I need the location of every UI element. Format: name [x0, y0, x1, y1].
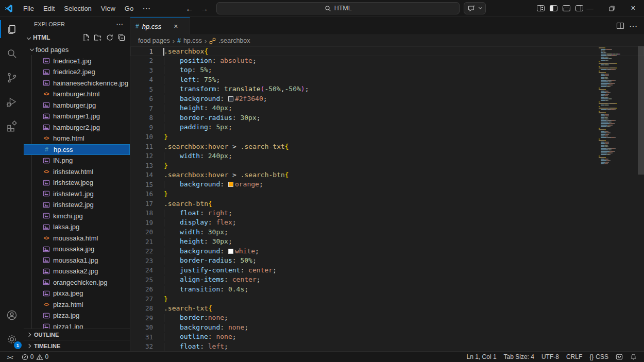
- cursor-position[interactable]: Ln 1, Col 1: [465, 352, 499, 362]
- menu-edit[interactable]: Edit: [39, 3, 59, 14]
- code-line-2[interactable]: 2position: absolute;: [130, 56, 644, 66]
- code-line-13[interactable]: 13}: [130, 161, 644, 170]
- feedback-icon[interactable]: [614, 352, 625, 362]
- code-line-25[interactable]: 25align-items: center;: [130, 275, 644, 285]
- breadcrumb-file[interactable]: hp.css: [183, 37, 202, 44]
- code-line-20[interactable]: 20width: 30px;: [130, 228, 644, 237]
- code-line-22[interactable]: 22background: white;: [130, 247, 644, 256]
- code-line-21[interactable]: 21height: 30px;: [130, 237, 644, 247]
- indentation[interactable]: Tab Size: 4: [502, 352, 536, 362]
- code-area[interactable]: 1.searchbox{2position: absolute;3top: 5%…: [130, 46, 644, 351]
- file-moussaka2.jpg[interactable]: moussaka2.jpg: [24, 266, 130, 277]
- editor-scrollbar[interactable]: [638, 46, 644, 351]
- tab-close-icon[interactable]: ×: [171, 21, 181, 31]
- activitybar-source-control[interactable]: [0, 65, 24, 90]
- outline-header[interactable]: OUTLINE: [24, 329, 130, 340]
- encoding[interactable]: UTF-8: [539, 352, 561, 362]
- code-line-16[interactable]: 16}: [130, 189, 644, 199]
- file-moussaka.jpg[interactable]: moussaka.jpg: [24, 244, 130, 255]
- breadcrumb-symbol[interactable]: .searchbox: [218, 37, 250, 44]
- code-line-27[interactable]: 27}: [130, 294, 644, 304]
- close-button[interactable]: ×: [622, 0, 644, 16]
- problems-indicator[interactable]: 0 0: [20, 352, 50, 362]
- file-hainanesechickenrice.jpg[interactable]: hainanesechickenrice.jpg: [24, 78, 130, 89]
- code-line-7[interactable]: 7height: 40px;: [130, 104, 644, 113]
- command-center-search[interactable]: HTML: [216, 2, 460, 14]
- forward-button[interactable]: →: [200, 4, 208, 13]
- activitybar-extensions[interactable]: [0, 114, 24, 138]
- file-pizza.jpg[interactable]: pizza.jpg: [24, 310, 130, 321]
- file-hamburger.html[interactable]: <>hamburger.html: [24, 89, 130, 100]
- file-orangechicken.jpg[interactable]: orangechicken.jpg: [24, 277, 130, 288]
- copilot-chat-button[interactable]: [464, 2, 486, 14]
- minimize-button[interactable]: —: [579, 0, 601, 16]
- notifications-bell-icon[interactable]: [628, 352, 639, 362]
- activitybar-explorer[interactable]: [0, 17, 24, 41]
- code-line-4[interactable]: 4left: 75%;: [130, 75, 644, 85]
- file-pizza.html[interactable]: <>pizza.html: [24, 299, 130, 311]
- new-file-icon[interactable]: [81, 32, 91, 43]
- file-irishstew.html[interactable]: <>irishstew.html: [24, 166, 130, 178]
- code-line-23[interactable]: 23border-radius: 50%;: [130, 256, 644, 266]
- split-editor-icon[interactable]: [616, 22, 624, 30]
- file-hp.css[interactable]: #hp.css: [24, 144, 130, 156]
- file-laksa.jpg[interactable]: laksa.jpg: [24, 221, 130, 233]
- code-line-28[interactable]: 28.search-txt{: [130, 304, 644, 314]
- code-line-5[interactable]: 5transform: translate(-50%,-50%);: [130, 84, 644, 94]
- more-menus-icon[interactable]: ···: [138, 3, 156, 14]
- activitybar-search[interactable]: [0, 41, 24, 65]
- eol-sequence[interactable]: CRLF: [564, 352, 584, 362]
- code-line-9[interactable]: 9padding: 5px;: [130, 123, 644, 132]
- breadcrumb-folder[interactable]: food pages: [138, 37, 170, 44]
- toggle-primary-sidebar-icon[interactable]: [550, 5, 557, 11]
- workspace-section-header[interactable]: HTML: [24, 31, 130, 44]
- code-line-18[interactable]: 18float: right;: [130, 209, 644, 218]
- file-home.html[interactable]: <>home.html: [24, 133, 130, 144]
- scrollbar-slider[interactable]: [638, 46, 644, 175]
- file-hamburger.jpg[interactable]: hamburger.jpg: [24, 100, 130, 111]
- file-irishstew2.jpg[interactable]: irishstew2.jpg: [24, 199, 130, 211]
- file-hamburger1.jpg[interactable]: hamburger1.jpg: [24, 111, 130, 122]
- timeline-header[interactable]: TIMELINE: [24, 340, 130, 351]
- file-IN.png[interactable]: IN.png: [24, 155, 130, 166]
- activitybar-account[interactable]: [0, 303, 24, 327]
- remote-indicator-icon[interactable]: ><: [5, 352, 15, 362]
- menu-file[interactable]: File: [19, 3, 39, 14]
- menu-go[interactable]: Go: [120, 3, 138, 14]
- file-moussaka.html[interactable]: <>moussaka.html: [24, 233, 130, 244]
- code-line-19[interactable]: 19display: flex;: [130, 218, 644, 228]
- activitybar-run-debug[interactable]: [0, 90, 24, 114]
- collapse-all-icon[interactable]: [116, 32, 127, 43]
- code-line-24[interactable]: 24justify-content: center;: [130, 266, 644, 275]
- file-pixxa.jpeg[interactable]: pixxa.jpeg: [24, 288, 130, 299]
- customize-layout-icon[interactable]: [537, 5, 545, 11]
- file-moussaka1.jpg[interactable]: moussaka1.jpg: [24, 255, 130, 266]
- code-line-32[interactable]: 32float: left;: [130, 342, 644, 352]
- code-line-26[interactable]: 26transition: 0.4s;: [130, 285, 644, 295]
- new-folder-icon[interactable]: [93, 32, 103, 43]
- code-line-3[interactable]: 3top: 5%;: [130, 65, 644, 75]
- file-irishstew.jpeg[interactable]: irishstew.jpeg: [24, 177, 130, 188]
- file-friedrice2.jpeg[interactable]: friedrice2.jpeg: [24, 66, 130, 78]
- file-kimchi.jpg[interactable]: kimchi.jpg: [24, 211, 130, 222]
- activitybar-settings[interactable]: 1: [0, 327, 24, 351]
- menu-selection[interactable]: Selection: [59, 3, 96, 14]
- code-line-11[interactable]: 11.searchbox:hover > .search-txt{: [130, 142, 644, 151]
- file-irishstew1.jpg[interactable]: irishstew1.jpg: [24, 188, 130, 200]
- code-line-31[interactable]: 31outline: none;: [130, 332, 644, 342]
- language-mode[interactable]: {} CSS: [587, 352, 611, 362]
- code-line-1[interactable]: 1.searchbox{: [130, 46, 644, 56]
- code-line-29[interactable]: 29border:none;: [130, 313, 644, 323]
- file-friedrice1.jpg[interactable]: friedrice1.jpg: [24, 56, 130, 67]
- menu-view[interactable]: View: [96, 3, 120, 14]
- back-button[interactable]: ←: [185, 4, 193, 13]
- code-line-12[interactable]: 12width: 240px;: [130, 151, 644, 161]
- code-line-6[interactable]: 6background: #2f3640;: [130, 94, 644, 104]
- file-hamburger2.jpg[interactable]: hamburger2.jpg: [24, 122, 130, 133]
- folder-food-pages[interactable]: food pages: [24, 44, 130, 56]
- minimap[interactable]: [599, 47, 638, 351]
- code-line-10[interactable]: 10}: [130, 132, 644, 142]
- toggle-panel-icon[interactable]: [563, 5, 570, 11]
- code-line-17[interactable]: 17.search-btn{: [130, 199, 644, 209]
- file-pizza1.jpg[interactable]: pizza1.jpg: [24, 321, 130, 329]
